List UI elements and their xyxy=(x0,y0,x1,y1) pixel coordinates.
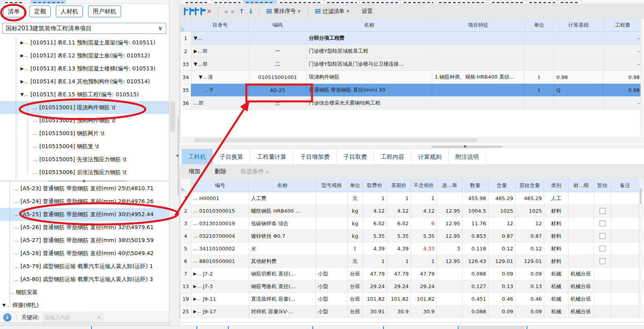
cell-rate[interactable]: 3 xyxy=(437,243,462,255)
tree-expander-icon[interactable]: … xyxy=(193,246,198,251)
cell-note[interactable] xyxy=(611,255,639,267)
clipped-tab[interactable] xyxy=(489,0,527,4)
cell-quantity[interactable]: - xyxy=(603,58,642,70)
cell-fee-price[interactable]: 1 xyxy=(363,192,387,204)
estimate-checkbox[interactable] xyxy=(600,208,605,214)
cell-quantity[interactable]: 0.98 xyxy=(603,71,642,83)
cell-base-price[interactable]: 30.9 xyxy=(387,305,411,318)
tree-item[interactable]: … [010515002] 预制构件钢筋 \t xyxy=(0,114,169,127)
cell-unit[interactable]: 台班 xyxy=(348,305,363,318)
cell-name[interactable]: 门诊楼Y型柱区域及门诊楼与公卫楼连接... xyxy=(306,58,432,70)
tree-item[interactable]: ▶… [010513] 表E.13 预制混凝土楼梯(编号: 010513) xyxy=(0,62,169,75)
clipped-tab-active[interactable] xyxy=(31,0,66,4)
cell-notax-price[interactable]: 4.33 xyxy=(411,243,437,255)
cell-name[interactable]: 其他材料费 xyxy=(249,255,316,267)
add-button[interactable]: 增加 xyxy=(183,168,206,175)
clipped-tab[interactable] xyxy=(401,0,436,4)
cell-code[interactable]: ▶…J9-17 xyxy=(191,305,249,318)
col-header-orig-content[interactable]: 原始含量 xyxy=(516,179,544,192)
cell-quantity[interactable]: 0.118 xyxy=(462,243,488,255)
cell-category[interactable]: 机械 xyxy=(544,280,569,292)
cell-orig-content[interactable]: 129.01 xyxy=(516,255,544,267)
cell-directory[interactable]: ▼… xyxy=(191,32,249,44)
cell-estimate[interactable] xyxy=(594,293,611,305)
cell-name[interactable]: 门诊综合楼采光天窗钢结构工程 xyxy=(306,97,432,109)
cell-content[interactable]: 465.29 xyxy=(488,192,516,204)
cell-feature[interactable] xyxy=(432,58,525,70)
reorder-button[interactable]: 重排序号 ▼ xyxy=(263,8,304,15)
cell-unit[interactable]: kg xyxy=(348,217,363,230)
tree-expander-icon[interactable]: ▶… xyxy=(193,296,202,301)
cell-unit[interactable]: 台班 xyxy=(348,268,363,280)
cell-rate[interactable] xyxy=(437,293,462,305)
cell-category[interactable]: 材料 xyxy=(544,243,569,255)
filter-list-button[interactable]: 过滤清单 ▼ xyxy=(312,8,353,15)
cell-name[interactable]: 水 xyxy=(249,243,316,255)
tree-expander-icon[interactable]: … xyxy=(33,157,38,162)
cell-notax-price[interactable]: 5.35 xyxy=(411,230,437,242)
table-row[interactable]: 5 …34110100002 水 t 4.39 4.39 4.33 3 0.11… xyxy=(180,243,643,255)
row-number[interactable]: 13 xyxy=(180,280,191,292)
cell-notax-price[interactable]: 4.12 xyxy=(411,205,437,217)
col-header-quantity[interactable]: 数量 xyxy=(462,179,488,192)
cell-fee-price[interactable]: 6.02 xyxy=(363,217,387,230)
cell-orig-content[interactable]: 0.09 xyxy=(516,305,544,318)
row-number[interactable]: 33 xyxy=(180,58,191,70)
cell-quantity[interactable]: 0.127 xyxy=(462,280,488,292)
clipped-tab[interactable] xyxy=(183,0,212,4)
hscrollbar-thumb[interactable] xyxy=(194,138,477,142)
cell-material-detail[interactable]: 机械台班 xyxy=(569,280,594,292)
cell-code[interactable]: …34110100002 xyxy=(191,243,249,255)
cell-directory[interactable]: ▼…部 xyxy=(191,58,249,70)
cell-orig-content[interactable]: 0.09 xyxy=(516,268,544,280)
cell-category[interactable]: 材料 xyxy=(544,217,569,230)
detail-tab[interactable]: 工程量计算 xyxy=(250,149,294,164)
cell-base-price[interactable]: 4.39 xyxy=(387,243,411,255)
cell-content[interactable]: 0.46 xyxy=(488,293,516,305)
tree-expander-icon[interactable]: … xyxy=(14,212,19,217)
tree-expander-icon[interactable]: … xyxy=(14,277,19,282)
cell-category[interactable]: 机械 xyxy=(544,305,569,318)
tree-expander-icon[interactable]: … xyxy=(193,233,198,239)
tree-item[interactable]: … [010515001] 现浇构件钢筋 \t xyxy=(0,101,169,114)
cell-notax-price[interactable]: 1 xyxy=(411,255,437,267)
table-row[interactable]: 33 ▼…部 二 门诊楼Y型柱区域及门诊楼与公卫楼连接... - xyxy=(180,58,643,71)
tree-expander-icon[interactable]: ▼… xyxy=(20,92,29,97)
cell-category[interactable]: 材料 xyxy=(544,255,569,267)
row-number[interactable]: 2 xyxy=(180,45,191,57)
corner-cell[interactable] xyxy=(180,19,191,31)
cell-material-detail[interactable] xyxy=(569,205,594,217)
panel-splitter[interactable]: ◀ xyxy=(169,0,180,329)
cell-fee-price[interactable]: 4.12 xyxy=(363,205,387,217)
cell-quantity[interactable]: 1004.5 xyxy=(462,205,488,217)
tree-expander-icon[interactable]: ▶… xyxy=(193,284,202,289)
cell-code[interactable]: …01010300015 xyxy=(191,205,249,217)
cell-code[interactable]: 二 xyxy=(249,58,306,70)
cell-unit[interactable]: 元 xyxy=(348,255,363,267)
cell-name[interactable]: 直流弧焊机 容量(... xyxy=(249,293,316,305)
row-number[interactable]: 1 xyxy=(180,192,191,204)
cell-estimate[interactable] xyxy=(594,205,611,217)
cell-code[interactable]: …88010500001 xyxy=(191,255,249,267)
tree-expander-icon[interactable]: … xyxy=(14,251,19,256)
main-grid-vscrollbar[interactable] xyxy=(640,19,644,136)
table-row[interactable]: 2 ▶…部 一 门诊楼Y型柱区域桩基工程 - xyxy=(180,45,643,58)
col-header-estimate[interactable]: 暂估 xyxy=(594,179,611,192)
cell-code[interactable]: 三 xyxy=(249,97,306,109)
tree-item[interactable]: … [010515006] 后张法预应力钢筋 \t xyxy=(0,166,169,179)
cell-fee-price[interactable]: 29.24 xyxy=(363,280,387,292)
tree-item[interactable]: … [A5-24] 普通钢筋 带肋钢筋 直径(mm) 28\t\4976.26 xyxy=(0,195,169,208)
cell-unit[interactable]: t xyxy=(525,84,554,96)
cell-name[interactable]: 普通钢筋 带肋钢筋 直径(mm) 30 xyxy=(306,84,432,96)
table-row[interactable]: 7 ▶…J7-2 钢筋切断机 直径(... 小型 台班 47.79 47.79 … xyxy=(180,268,643,280)
cell-note[interactable] xyxy=(611,230,639,242)
cell-estimate[interactable] xyxy=(594,217,611,230)
cell-material-detail[interactable] xyxy=(569,230,594,242)
cell-category[interactable]: 人工 xyxy=(544,192,569,204)
expand-level-icon[interactable] xyxy=(189,8,191,15)
cell-orig-content[interactable]: 0.12 xyxy=(516,243,544,255)
tree-item[interactable]: … [010515003] 钢筋网片 \t xyxy=(0,127,169,140)
cell-material-detail[interactable]: 机械台班 xyxy=(569,293,594,305)
cell-name[interactable]: 门诊楼Y型柱区域桩基工程 xyxy=(306,45,432,57)
tree-expander-icon[interactable]: … xyxy=(33,105,38,110)
